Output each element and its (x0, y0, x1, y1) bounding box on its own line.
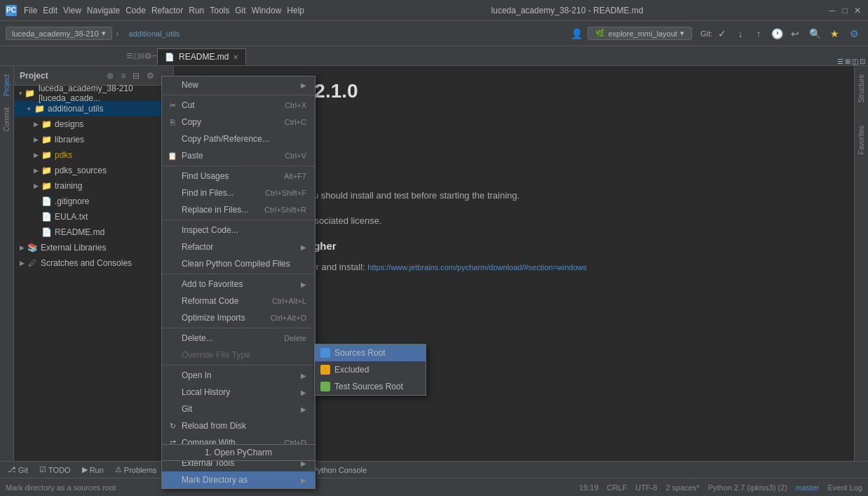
ctx-git-label: Git (182, 404, 298, 414)
ctx-cut-shortcut: Ctrl+X (285, 101, 306, 109)
test-sources-root-label: Test Sources Root (334, 382, 403, 391)
ctx-clean-python-label: Clean Python Compiled Files (182, 259, 306, 269)
ctx-item-copy[interactable]: ⎘ Copy Ctrl+C (162, 114, 315, 130)
ctx-cut-label: Cut (182, 100, 273, 110)
submenu-excluded[interactable]: Excluded (315, 361, 426, 378)
separator-5 (162, 328, 315, 328)
ctx-item-find-usages[interactable]: Find Usages Alt+F7 (162, 168, 315, 185)
ctx-local-history-label: Local History (182, 387, 298, 397)
ctx-item-paste[interactable]: 📋 Paste Ctrl+V (162, 147, 315, 164)
test-sources-icon (320, 382, 330, 391)
ctx-copy-shortcut: Ctrl+C (285, 118, 306, 126)
ctx-item-add-favorites[interactable]: Add to Favorites ▶ (162, 276, 315, 293)
ctx-item-refactor[interactable]: Refactor ▶ (162, 239, 315, 255)
ctx-new-arrow: ▶ (301, 81, 306, 89)
ctx-mark-directory-arrow: ▶ (301, 476, 306, 484)
ctx-reformat-shortcut: Ctrl+Alt+L (272, 297, 306, 305)
ctx-open-in-arrow: ▶ (301, 372, 306, 380)
ctx-item-clean-python[interactable]: Clean Python Compiled Files (162, 255, 315, 272)
paste-icon: 📋 (168, 151, 177, 161)
ctx-local-history-arrow: ▶ (301, 389, 306, 396)
ctx-paste-label: Paste (182, 151, 273, 161)
ctx-find-files-label: Find in Files... (182, 188, 254, 198)
submenu-test-sources-root[interactable]: Test Sources Root (315, 378, 426, 395)
ctx-item-optimize-imports[interactable]: Optimize Imports Ctrl+Alt+O (162, 309, 315, 326)
ctx-item-copy-path[interactable]: Copy Path/Reference... (162, 130, 315, 147)
cut-icon: ✂ (168, 100, 177, 110)
ctx-favorites-arrow: ▶ (301, 281, 306, 288)
ctx-find-usages-shortcut: Alt+F7 (284, 172, 306, 180)
ctx-inspect-label: Inspect Code... (182, 225, 306, 235)
ctx-item-reload[interactable]: ↻ Reload from Disk (162, 417, 315, 434)
separator-3 (162, 220, 315, 220)
ctx-delete-label: Delete... (182, 333, 273, 343)
ctx-item-reformat[interactable]: Reformat Code Ctrl+Alt+L (162, 293, 315, 309)
ctx-item-git[interactable]: Git ▶ (162, 401, 315, 417)
ctx-copy-path-label: Copy Path/Reference... (182, 134, 306, 144)
sources-root-label: Sources Root (334, 348, 386, 358)
separator-1 (162, 95, 315, 95)
ctx-item-open-in[interactable]: Open In ▶ (162, 367, 315, 384)
ctx-refactor-label: Refactor (182, 242, 298, 252)
ctx-override-label: Override File Type (182, 350, 306, 360)
ctx-new-label: New (182, 80, 298, 90)
ctx-item-delete[interactable]: Delete... Delete (162, 330, 315, 347)
context-menu: New ▶ ✂ Cut Ctrl+X ⎘ Copy Ctrl+C Copy Pa… (161, 76, 316, 489)
ctx-reload-label: Reload from Disk (182, 421, 306, 431)
reload-icon: ↻ (168, 421, 177, 431)
ctx-optimize-shortcut: Ctrl+Alt+O (271, 314, 306, 322)
separator-6 (162, 365, 315, 366)
open-pycharm-label: 1. Open PyCharm (205, 448, 272, 457)
ctx-open-in-label: Open In (182, 370, 298, 380)
ctx-copy-label: Copy (182, 117, 273, 127)
ctx-git-arrow: ▶ (301, 405, 306, 413)
open-pycharm-bar[interactable]: 1. Open PyCharm (161, 444, 316, 461)
ctx-item-new[interactable]: New ▶ (162, 76, 315, 93)
ctx-item-replace-files[interactable]: Replace in Files... Ctrl+Shift+R (162, 201, 315, 218)
ctx-optimize-label: Optimize Imports (182, 313, 259, 323)
submenu-sources-root[interactable]: Sources Root (315, 344, 426, 361)
ctx-reformat-label: Reformat Code (182, 296, 261, 306)
ctx-replace-files-label: Replace in Files... (182, 205, 253, 215)
ctx-replace-files-shortcut: Ctrl+Shift+R (264, 206, 306, 214)
ctx-item-cut[interactable]: ✂ Cut Ctrl+X (162, 97, 315, 114)
ctx-item-mark-directory[interactable]: Mark Directory as ▶ (162, 471, 315, 488)
separator-4 (162, 274, 315, 274)
separator-2 (162, 166, 315, 166)
excluded-label: Excluded (334, 365, 369, 375)
submenu-mark-directory: Sources Root Excluded Test Sources Root (314, 344, 426, 396)
ctx-delete-shortcut: Delete (284, 334, 306, 342)
ctx-item-local-history[interactable]: Local History ▶ (162, 384, 315, 401)
ctx-item-find-files[interactable]: Find in Files... Ctrl+Shift+F (162, 185, 315, 201)
ctx-find-usages-label: Find Usages (182, 171, 273, 181)
ctx-item-override-file-type[interactable]: Override File Type (162, 347, 315, 363)
ctx-mark-directory-label: Mark Directory as (182, 475, 298, 485)
ctx-favorites-label: Add to Favorites (182, 279, 298, 289)
ctx-refactor-arrow: ▶ (301, 243, 306, 251)
context-menu-overlay: New ▶ ✂ Cut Ctrl+X ⎘ Copy Ctrl+C Copy Pa… (0, 0, 868, 496)
ctx-find-files-shortcut: Ctrl+Shift+F (265, 189, 306, 197)
ctx-paste-shortcut: Ctrl+V (285, 152, 306, 160)
excluded-icon (320, 365, 330, 375)
ctx-item-inspect-code[interactable]: Inspect Code... (162, 222, 315, 239)
copy-icon: ⎘ (168, 117, 177, 127)
sources-root-icon (320, 348, 330, 358)
